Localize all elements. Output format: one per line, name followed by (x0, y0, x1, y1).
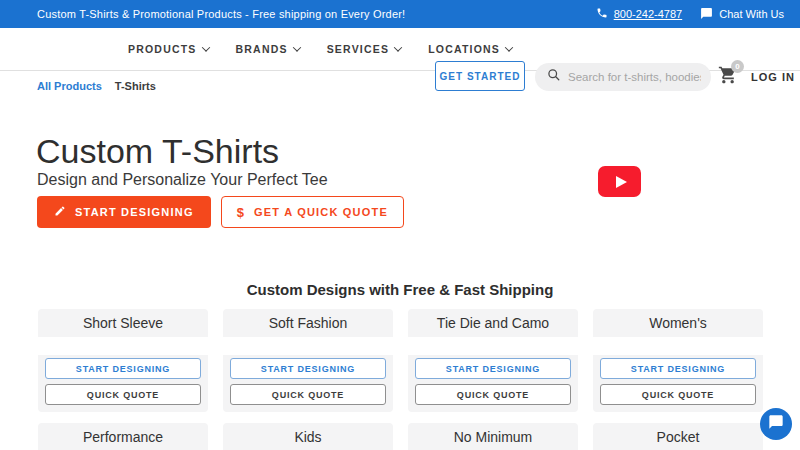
login-link[interactable]: LOG IN (751, 71, 795, 83)
card-image-placeholder (38, 337, 208, 355)
phone-icon (596, 7, 608, 21)
card-buttons: START DESIGNING QUICK QUOTE (593, 355, 763, 405)
phone-link[interactable]: 800-242-4787 (596, 7, 683, 21)
category-card-performance: Performance START DESIGNING QUICK QUOTE (38, 423, 208, 450)
card-buttons: START DESIGNING QUICK QUOTE (223, 355, 393, 405)
top-promo-bar: Custom T-Shirts & Promotional Products -… (0, 0, 800, 28)
dollar-icon: $ (237, 205, 245, 220)
card-quick-quote-button[interactable]: QUICK QUOTE (600, 384, 756, 405)
chat-bubble-icon (768, 414, 784, 434)
chat-label: Chat With Us (719, 8, 784, 20)
card-title: Soft Fashion (223, 309, 393, 337)
cart-count-badge: 0 (731, 60, 744, 73)
breadcrumb-all-products[interactable]: All Products (37, 80, 102, 92)
card-title: Performance (38, 423, 208, 450)
chevron-down-icon (201, 43, 209, 51)
card-title: No Minimum (408, 423, 578, 450)
card-title: Tie Die and Camo (408, 309, 578, 337)
search-icon (547, 68, 561, 86)
quick-quote-button[interactable]: $ GET A QUICK QUOTE (221, 196, 404, 228)
card-start-designing-button[interactable]: START DESIGNING (230, 358, 386, 379)
chat-with-us-link[interactable]: Chat With Us (700, 7, 784, 22)
nav-item-label: PRODUCTS (128, 43, 197, 55)
card-start-designing-button[interactable]: START DESIGNING (600, 358, 756, 379)
card-quick-quote-button[interactable]: QUICK QUOTE (230, 384, 386, 405)
card-buttons: START DESIGNING QUICK QUOTE (38, 355, 208, 405)
card-title: Pocket (593, 423, 763, 450)
card-quick-quote-button[interactable]: QUICK QUOTE (45, 384, 201, 405)
nav-item-locations[interactable]: LOCATIONS (428, 43, 512, 55)
page: Custom T-Shirts & Promotional Products -… (0, 0, 800, 450)
get-started-button[interactable]: GET STARTED (435, 61, 525, 91)
category-card-short-sleeve: Short Sleeve START DESIGNING QUICK QUOTE (38, 309, 208, 412)
page-title: Custom T-Shirts (36, 132, 279, 171)
nav-item-label: BRANDS (236, 43, 288, 55)
category-card-kids: Kids START DESIGNING QUICK QUOTE (223, 423, 393, 450)
phone-number: 800-242-4787 (614, 8, 683, 20)
category-card-tie-die-camo: Tie Die and Camo START DESIGNING QUICK Q… (408, 309, 578, 412)
card-start-designing-button[interactable]: START DESIGNING (45, 358, 201, 379)
card-buttons: START DESIGNING QUICK QUOTE (408, 355, 578, 405)
search-bar[interactable] (535, 63, 711, 91)
nav-item-products[interactable]: PRODUCTS (128, 43, 209, 55)
chevron-down-icon (505, 43, 513, 51)
chat-widget-button[interactable] (760, 408, 792, 440)
card-start-designing-button[interactable]: START DESIGNING (415, 358, 571, 379)
play-icon (616, 176, 627, 188)
chat-icon (700, 7, 713, 22)
quick-quote-label: GET A QUICK QUOTE (254, 206, 388, 218)
category-cards-grid: Short Sleeve START DESIGNING QUICK QUOTE… (38, 309, 763, 450)
nav-item-label: SERVICES (327, 43, 390, 55)
hero-subtitle: Design and Personalize Your Perfect Tee (37, 171, 328, 189)
cart-icon (718, 71, 738, 88)
search-input[interactable] (568, 71, 701, 83)
hero-cta-group: START DESIGNING $ GET A QUICK QUOTE (37, 196, 404, 228)
breadcrumb-current: T-Shirts (115, 80, 156, 92)
start-designing-label: START DESIGNING (75, 206, 194, 218)
chevron-down-icon (292, 43, 300, 51)
cart-button[interactable]: 0 (718, 65, 744, 91)
card-image-placeholder (223, 337, 393, 355)
card-image-placeholder (593, 337, 763, 355)
nav-item-label: LOCATIONS (428, 43, 500, 55)
category-card-womens: Women's START DESIGNING QUICK QUOTE (593, 309, 763, 412)
nav-item-brands[interactable]: BRANDS (236, 43, 300, 55)
category-card-no-minimum: No Minimum START DESIGNING QUICK QUOTE (408, 423, 578, 450)
category-card-soft-fashion: Soft Fashion START DESIGNING QUICK QUOTE (223, 309, 393, 412)
chevron-down-icon (394, 43, 402, 51)
nav-item-services[interactable]: SERVICES (327, 43, 402, 55)
start-designing-button[interactable]: START DESIGNING (37, 196, 211, 228)
card-title: Kids (223, 423, 393, 450)
breadcrumb: All Products T-Shirts (37, 80, 156, 92)
youtube-play-button[interactable] (598, 166, 641, 197)
card-title: Women's (593, 309, 763, 337)
promo-text: Custom T-Shirts & Promotional Products -… (37, 8, 405, 20)
brush-icon (54, 205, 66, 219)
card-title: Short Sleeve (38, 309, 208, 337)
card-image-placeholder (408, 337, 578, 355)
section-title: Custom Designs with Free & Fast Shipping (0, 281, 800, 298)
main-navbar: PRODUCTS BRANDS SERVICES LOCATIONS GET S… (0, 28, 800, 71)
category-card-pocket: Pocket START DESIGNING QUICK QUOTE (593, 423, 763, 450)
card-quick-quote-button[interactable]: QUICK QUOTE (415, 384, 571, 405)
topbar-right: 800-242-4787 Chat With Us (596, 7, 784, 22)
